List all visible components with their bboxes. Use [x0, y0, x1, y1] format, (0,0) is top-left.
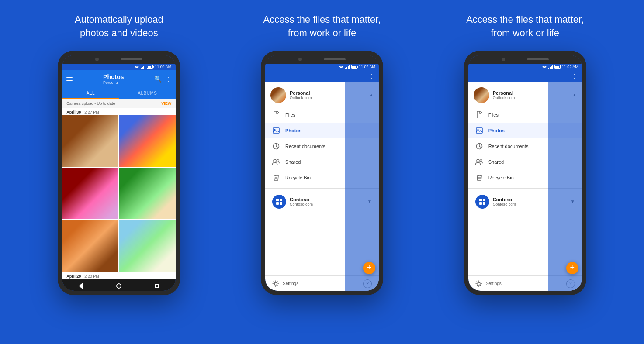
- contoso-name-3: Contoso: [493, 197, 516, 202]
- status-time-2: 11:02 AM: [359, 65, 375, 69]
- nav-recent-icon[interactable]: [155, 284, 159, 288]
- settings-label-3: Settings: [486, 281, 502, 286]
- settings-area-3[interactable]: Settings: [475, 280, 502, 287]
- battery-icon-3: [554, 65, 561, 69]
- contoso-name-2: Contoso: [290, 197, 313, 202]
- photos-icon-3: [475, 127, 483, 134]
- nav-home-icon[interactable]: [116, 283, 121, 289]
- more-options-icon[interactable]: ⋮: [165, 76, 171, 83]
- search-icon[interactable]: 🔍: [154, 76, 162, 83]
- drawer-toolbar-3: ⋮: [468, 70, 582, 82]
- view-button[interactable]: VIEW: [161, 101, 171, 106]
- account-email-3: Outlook.com: [493, 96, 515, 100]
- photo-4[interactable]: [119, 168, 176, 219]
- fab-2[interactable]: +: [363, 262, 375, 274]
- overlay-2: [345, 82, 379, 291]
- camera-upload-text: Camera upload - Up to date: [66, 101, 115, 106]
- panel1-title: Automatically upload photos and videos: [75, 13, 163, 40]
- phone-3: 11:02 AM ⋮ Personal: [464, 51, 586, 295]
- status-icons-3: [542, 65, 561, 69]
- svg-rect-5: [276, 199, 279, 201]
- svg-point-14: [480, 159, 482, 162]
- more-icon-3[interactable]: ⋮: [571, 72, 578, 79]
- status-bar-1: 11:02 AM: [62, 64, 176, 70]
- bottom-nav-1: [62, 279, 176, 291]
- nav-back-icon[interactable]: [79, 283, 83, 289]
- phone3-hardware: [468, 55, 582, 64]
- contoso-avatar-3: [475, 195, 489, 209]
- photo-3[interactable]: [62, 168, 118, 219]
- photos-label-3: Photos: [488, 128, 505, 133]
- drawer-toolbar-2: ⋮: [265, 70, 379, 82]
- svg-point-3: [274, 159, 276, 162]
- clock-icon-3: [475, 142, 483, 150]
- svg-rect-18: [483, 202, 485, 205]
- status-time-3: 11:02 AM: [562, 65, 578, 69]
- signal-icon-3: [548, 65, 553, 69]
- drawer-screen-2: Personal Outlook.com ▲ Files: [265, 82, 379, 291]
- settings-label-2: Settings: [283, 281, 298, 286]
- phone-2: 11:02 AM ⋮ Persona: [261, 51, 383, 295]
- svg-rect-17: [479, 202, 482, 205]
- svg-rect-8: [280, 202, 282, 205]
- battery-icon-2: [351, 65, 357, 69]
- drawer-screen-3: Personal Outlook.com ▲ Files: [468, 82, 582, 291]
- svg-point-4: [277, 159, 279, 162]
- contoso-info-3: Contoso Contoso.com: [493, 197, 516, 206]
- date-header-1: April 30 2:27 PM: [62, 108, 176, 115]
- panel-photos: Automatically upload photos and videos: [17, 13, 221, 295]
- recent-label-3: Recent documents: [488, 144, 529, 149]
- photo-6[interactable]: [119, 220, 176, 272]
- shared-label-2: Shared: [285, 159, 301, 165]
- camera-dot-3: [502, 58, 505, 61]
- trash-icon-3: [475, 174, 483, 182]
- camera-upload-bar: Camera upload - Up to date VIEW: [62, 99, 176, 108]
- recycle-label-3: Recycle Bin: [488, 175, 514, 180]
- photo-5[interactable]: [62, 220, 118, 272]
- files-label-3: Files: [488, 112, 499, 117]
- clock-icon-2: [272, 142, 280, 150]
- photo-2[interactable]: [119, 115, 176, 167]
- recent-label-2: Recent documents: [285, 144, 325, 149]
- photos-screen: Photos Personal 🔍 ⋮ ALL ALBUMS: [62, 70, 176, 279]
- wifi-icon-3: [542, 65, 547, 69]
- photo-1[interactable]: [62, 115, 118, 167]
- status-bar-2: 11:02 AM: [265, 64, 379, 70]
- photos-tabs: ALL ALBUMS: [62, 88, 176, 99]
- settings-area-2[interactable]: Settings: [272, 280, 298, 287]
- time-2: 2:20 PM: [84, 274, 99, 279]
- status-icons-2: [339, 65, 357, 69]
- phone-1: 11:02 AM Photos Personal 🔍: [58, 51, 180, 295]
- trash-icon-2: [272, 174, 280, 182]
- battery-icon: [147, 65, 153, 69]
- panel-drawer-2: Access the files that matter, from work …: [423, 13, 627, 295]
- people-icon-2: [272, 158, 280, 166]
- file-icon-3: [475, 111, 483, 119]
- settings-icon-3: [475, 280, 482, 287]
- settings-icon-2: [272, 280, 279, 287]
- svg-point-19: [478, 282, 480, 285]
- account-name-2: Personal: [290, 90, 312, 96]
- contoso-email-3: Contoso.com: [493, 202, 516, 206]
- toolbar-icons: 🔍 ⋮: [154, 76, 171, 83]
- more-icon-2[interactable]: ⋮: [368, 72, 374, 79]
- panel2-title: Access the files that matter, from work …: [263, 13, 381, 40]
- photos-app-subtitle: Personal: [103, 80, 124, 85]
- date-2: April 29: [66, 274, 81, 279]
- tab-all[interactable]: ALL: [62, 88, 119, 99]
- file-icon-2: [272, 111, 280, 119]
- camera-dot: [95, 58, 99, 61]
- svg-rect-7: [276, 202, 279, 205]
- recycle-label-2: Recycle Bin: [285, 175, 311, 180]
- date-1: April 30: [66, 110, 81, 114]
- photos-app-title: Photos: [103, 73, 124, 80]
- account-avatar-3: [474, 87, 489, 103]
- tab-albums[interactable]: ALBUMS: [119, 88, 176, 99]
- svg-rect-15: [479, 199, 482, 201]
- shared-label-3: Shared: [488, 159, 504, 165]
- speaker-2: [324, 58, 346, 60]
- status-icons-1: [134, 65, 153, 69]
- account-name-3: Personal: [493, 90, 515, 96]
- hamburger-icon[interactable]: [66, 77, 73, 81]
- fab-3[interactable]: +: [566, 262, 578, 274]
